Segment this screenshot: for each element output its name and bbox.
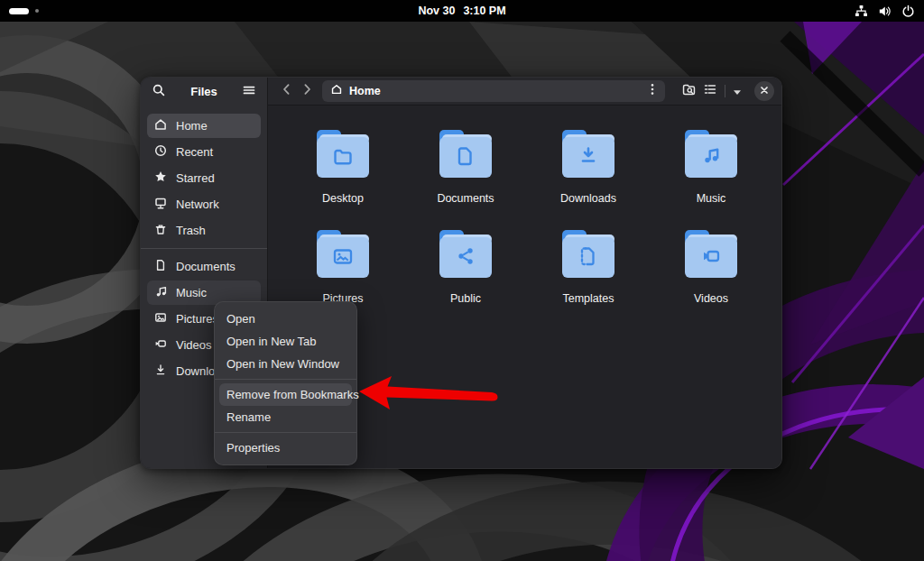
chevron-right-icon — [300, 82, 314, 100]
current-location-label: Home — [349, 85, 639, 97]
hamburger-menu-icon — [242, 83, 256, 101]
workspace-dot — [35, 9, 39, 13]
power-icon — [901, 5, 915, 18]
folder-downloads[interactable]: Downloads — [536, 130, 641, 227]
music-icon — [153, 284, 168, 301]
kebab-menu-icon[interactable] — [645, 82, 660, 100]
network-icon — [153, 196, 168, 213]
menu-item-open-new-window[interactable]: Open in New Window — [219, 353, 352, 375]
home-small-icon — [330, 83, 343, 99]
sidebar-header: Files — [141, 78, 267, 106]
app-title: Files — [190, 85, 217, 98]
header-divider — [725, 85, 725, 97]
sidebar-item-label: Trash — [176, 224, 206, 237]
picture-icon — [153, 310, 168, 327]
folder-label: Downloads — [560, 192, 616, 205]
search-button[interactable] — [148, 81, 170, 103]
download-icon — [153, 363, 168, 380]
folder-documents[interactable]: Documents — [413, 130, 518, 227]
folder-music[interactable]: Music — [659, 130, 763, 227]
search-icon — [152, 83, 166, 101]
path-bar[interactable]: Home — [322, 80, 665, 102]
sidebar-item-documents[interactable]: Documents — [147, 254, 261, 279]
sidebar-item-label: Videos — [176, 338, 212, 352]
menu-item-open-new-tab[interactable]: Open in New Tab — [219, 330, 352, 353]
sidebar-item-label: Network — [176, 198, 219, 211]
main-menu-button[interactable] — [238, 81, 260, 103]
volume-icon — [878, 5, 892, 18]
folder-templates[interactable]: Templates — [536, 230, 641, 327]
list-view-icon — [703, 82, 717, 100]
trash-icon — [153, 222, 168, 239]
back-button[interactable] — [277, 80, 297, 102]
sidebar-item-label: Starred — [176, 171, 215, 185]
folder-icon — [314, 230, 372, 279]
folder-icon — [437, 130, 494, 179]
folder-icon — [437, 230, 494, 279]
sidebar-item-starred[interactable]: Starred — [147, 166, 261, 190]
folder-icon — [559, 130, 617, 179]
view-options-button[interactable] — [729, 80, 745, 102]
chevron-left-icon — [280, 82, 294, 100]
folder-label: Templates — [563, 292, 614, 305]
sidebar-item-label: Music — [176, 286, 207, 299]
time-label: 3:10 PM — [463, 5, 505, 17]
folder-public[interactable]: Public — [413, 230, 518, 327]
folder-label: Videos — [694, 292, 728, 305]
network-wired-icon — [855, 5, 868, 18]
sidebar-separator — [141, 248, 267, 249]
forward-button[interactable] — [297, 80, 317, 102]
context-menu: Open Open in New Tab Open in New Window … — [214, 301, 357, 465]
top-bar: Nov 30 3:10 PM — [0, 0, 924, 22]
folder-label: Music — [697, 192, 726, 205]
header-bar: Home — [268, 78, 781, 106]
folder-icon — [682, 130, 740, 179]
folder-icon — [559, 230, 617, 279]
menu-item-open[interactable]: Open — [219, 308, 352, 330]
star-icon — [153, 170, 168, 187]
folder-icon — [682, 230, 740, 279]
date-label: Nov 30 — [418, 5, 455, 17]
sidebar-item-network[interactable]: Network — [147, 192, 261, 216]
video-icon — [153, 336, 168, 354]
sidebar-item-trash[interactable]: Trash — [147, 218, 261, 243]
folder-label: Public — [450, 292, 481, 305]
sidebar-item-recent[interactable]: Recent — [147, 140, 261, 164]
desktop: Nov 30 3:10 PM Files — [0, 0, 924, 561]
list-view-button[interactable] — [699, 80, 721, 102]
folder-desktop[interactable]: Desktop — [291, 130, 395, 227]
sidebar-item-label: Documents — [176, 260, 236, 273]
document-icon — [153, 258, 168, 275]
sidebar-item-home[interactable]: Home — [147, 114, 261, 138]
menu-item-remove-from-bookmarks[interactable]: Remove from Bookmarks — [219, 383, 352, 406]
menu-separator — [215, 379, 356, 380]
home-icon — [153, 117, 168, 134]
menu-item-rename[interactable]: Rename — [219, 406, 352, 428]
search-current-folder-button[interactable] — [678, 80, 699, 102]
sidebar-item-label: Pictures — [176, 312, 218, 326]
menu-item-properties[interactable]: Properties — [219, 437, 352, 459]
folder-icon — [314, 130, 372, 179]
close-window-button[interactable] — [754, 81, 774, 101]
close-icon — [759, 83, 770, 99]
clock-icon — [153, 143, 168, 161]
folder-label: Documents — [437, 192, 494, 205]
workspace-indicator-pill[interactable] — [9, 8, 29, 14]
sidebar-item-label: Recent — [176, 145, 213, 159]
menu-separator — [215, 432, 356, 433]
folder-search-icon — [681, 82, 697, 101]
folder-label: Desktop — [322, 192, 364, 205]
folder-videos[interactable]: Videos — [659, 230, 763, 327]
sidebar-item-label: Home — [176, 119, 208, 133]
system-status-area[interactable] — [753, 5, 915, 18]
chevron-down-icon — [733, 83, 742, 99]
